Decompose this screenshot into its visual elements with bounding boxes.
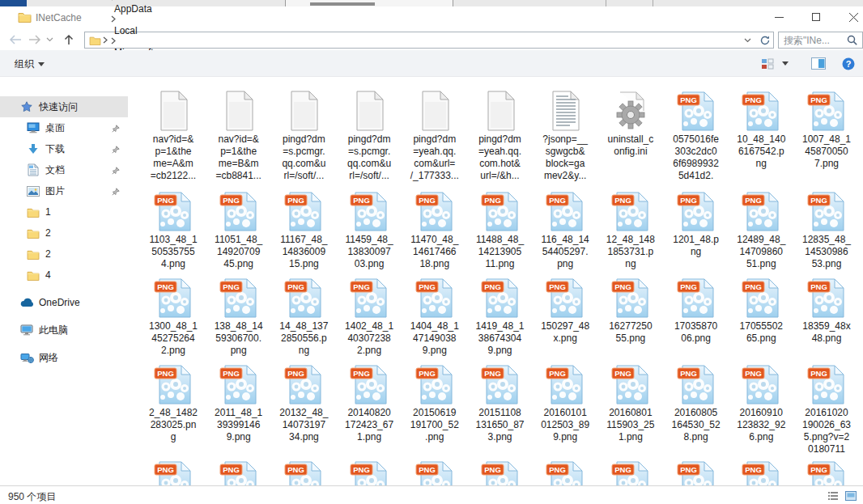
maximize-button[interactable] [797, 6, 835, 28]
file-item[interactable]: PNG [466, 457, 534, 485]
change-view-button[interactable] [757, 50, 778, 77]
file-item[interactable]: PNG 2_48_1482283025.png [139, 361, 207, 443]
breadcrumb-separator-icon[interactable] [109, 37, 165, 44]
help-button[interactable]: ? [838, 50, 863, 77]
file-item[interactable]: PNG [727, 457, 795, 485]
folder-icon [26, 207, 40, 218]
breadcrumb-item[interactable]: AppData [109, 3, 157, 15]
file-item[interactable]: PNG 2011_48_1393991469.png [205, 361, 273, 443]
back-button[interactable] [6, 32, 24, 48]
sidebar-item-此电脑[interactable]: 此电脑 [0, 320, 128, 341]
file-item[interactable]: PNG 12835_48_1453098653.png [793, 188, 861, 270]
file-item[interactable]: PNG 20140820172423_671.png [335, 361, 403, 443]
file-name: 1201_48.png [662, 234, 730, 258]
breadcrumb-separator-icon[interactable] [109, 0, 165, 1]
file-item[interactable]: PNG [270, 457, 338, 485]
up-button[interactable] [60, 32, 78, 48]
quick-access-folder-items: 1224 [0, 201, 128, 286]
file-item[interactable]: PNG 20160805164530_528.png [662, 361, 730, 443]
file-item[interactable]: PNG [401, 457, 469, 485]
file-item[interactable]: PNG 20151108131650_873.png [466, 361, 534, 443]
file-item[interactable]: PNG 1402_48_1403072382.png [335, 274, 403, 357]
file-item[interactable]: PNG 11488_48_1421390511.png [466, 188, 534, 270]
file-item[interactable]: nav?id=&p=1&theme=A&m=cb2122... [139, 87, 207, 182]
file-item[interactable]: PNG 18359_48x48.png [793, 274, 861, 345]
sidebar-item-2[interactable]: 2 [0, 244, 128, 265]
file-item[interactable]: PNG [139, 457, 207, 485]
file-item[interactable]: PNG 11459_48_1383009703.png [335, 188, 403, 270]
sidebar-item-1[interactable]: 1 [0, 201, 128, 222]
file-item[interactable]: PNG 11167_48_1483600915.png [270, 188, 338, 270]
search-icon[interactable] [847, 35, 857, 45]
file-item[interactable]: pingd?dm=yeah.qq.com&url=/_177333... [401, 87, 469, 182]
file-item[interactable]: PNG 20132_48_1407319734.png [270, 361, 338, 443]
file-item[interactable]: PNG 1103_48_1505357554.png [139, 188, 207, 270]
sidebar-item-2[interactable]: 2 [0, 222, 128, 244]
file-item[interactable]: PNG 1705550265.png [727, 274, 795, 345]
file-item[interactable]: PNG 11470_48_1461746618.png [401, 188, 469, 270]
organize-menu-button[interactable]: 组织 [15, 57, 45, 71]
file-item[interactable]: PNG 1703587006.png [662, 274, 730, 345]
file-item[interactable]: PNG 20161020190026_635.png?v=20180711 [793, 361, 861, 455]
breadcrumb-separator-icon[interactable] [109, 15, 165, 23]
file-item[interactable]: nav?id=&p=1&theme=B&m=cb8841... [205, 87, 273, 182]
sidebar-item-下载[interactable]: 下载 [0, 138, 128, 159]
file-item[interactable]: PNG 20150619191700_52.png [401, 361, 469, 443]
background-fragment [653, 0, 653, 6]
file-item[interactable]: PNG 1007_48_1458700507.png [793, 87, 861, 170]
search-input[interactable] [779, 35, 845, 46]
thumbnail-view-toggle[interactable] [845, 489, 857, 504]
svg-text:PNG: PNG [353, 369, 370, 378]
sidebar-item-OneDrive[interactable]: OneDrive [0, 292, 128, 313]
svg-text:PNG: PNG [288, 369, 305, 378]
file-item[interactable]: PNG [335, 457, 403, 485]
file-item[interactable]: PNG [793, 457, 861, 485]
file-item[interactable]: PNG 1419_48_1386743049.png [466, 274, 534, 357]
file-item[interactable]: PNG 1201_48.png [662, 188, 730, 258]
preview-pane-button[interactable] [807, 50, 830, 77]
file-item[interactable]: pingd?dm=s.pcmgr.qq.com&url=/soft/... [270, 87, 338, 182]
file-item[interactable]: PNG 1404_48_1471490389.png [401, 274, 469, 357]
recent-locations-dropdown[interactable] [44, 32, 55, 48]
file-item[interactable]: PNG 14_48_1372850556.png [270, 274, 338, 357]
file-item[interactable]: PNG 20160910123832_926.png [727, 361, 795, 443]
file-item[interactable]: PNG 1627725055.png [597, 274, 665, 345]
address-dropdown-icon[interactable] [744, 38, 751, 43]
file-name: 1703587006.png [662, 320, 730, 345]
file-item[interactable]: PNG 10_48_1406167542.png [727, 87, 795, 170]
file-item[interactable]: PNG 11051_48_1492070945.png [205, 188, 273, 270]
change-view-dropdown[interactable] [778, 50, 793, 77]
sidebar-item-文档[interactable]: 文档 [0, 159, 128, 180]
file-item[interactable]: PNG 20160801115903_251.png [597, 361, 665, 443]
file-item[interactable]: PNG 20160101012503_899.png [531, 361, 599, 443]
file-item[interactable]: PNG [531, 457, 599, 485]
file-item[interactable]: PNG 116_48_1454405297.png [531, 188, 599, 270]
file-item[interactable]: ?jsonp=__sgwgcb&block=gamev2&y... [531, 87, 599, 182]
sidebar-item-quick-access[interactable]: 快速访问 [0, 96, 128, 117]
refresh-button[interactable] [756, 32, 774, 49]
minimize-button[interactable] [760, 6, 797, 28]
file-item[interactable]: PNG [205, 457, 273, 485]
file-item[interactable]: PNG 138_48_1459306700.png [205, 274, 273, 357]
file-item[interactable]: pingd?dm=s.pcmgr.qq.com&url=/soft/... [335, 87, 403, 182]
file-item[interactable]: PNG 1300_48_1452752642.png [139, 274, 207, 357]
file-item[interactable]: PNG [662, 457, 730, 485]
file-item[interactable]: uninstall_config.ini [597, 87, 665, 158]
file-item[interactable]: PNG 150297_48x.png [531, 274, 599, 345]
file-item[interactable]: PNG 0575016fe303c2dc06f69899325d41d2. [662, 87, 730, 182]
sidebar-item-桌面[interactable]: 桌面 [0, 117, 128, 138]
forward-button[interactable] [26, 32, 44, 48]
sidebar-item-网络[interactable]: 网络 [0, 347, 128, 368]
file-item[interactable]: PNG 12_48_1481853731.png [597, 188, 665, 270]
file-item[interactable]: pingd?dm=yeah.qq.com.hot&url=/&h... [466, 87, 534, 182]
close-button[interactable] [835, 6, 863, 28]
details-view-toggle[interactable] [827, 489, 839, 504]
sidebar-item-4[interactable]: 4 [0, 265, 128, 286]
breadcrumb-item[interactable]: Local [109, 25, 142, 36]
png-file-icon: PNG [335, 457, 403, 485]
sidebar-item-图片[interactable]: 图片 [0, 180, 128, 201]
file-name: 2011_48_1393991469.png [205, 407, 273, 443]
address-bar[interactable]: 姜喜宝AppDataLocalMicrosoftWindowsINetCache [84, 32, 757, 49]
file-item[interactable]: PNG [597, 457, 665, 485]
file-item[interactable]: PNG 12489_48_1470986051.png [727, 188, 795, 270]
